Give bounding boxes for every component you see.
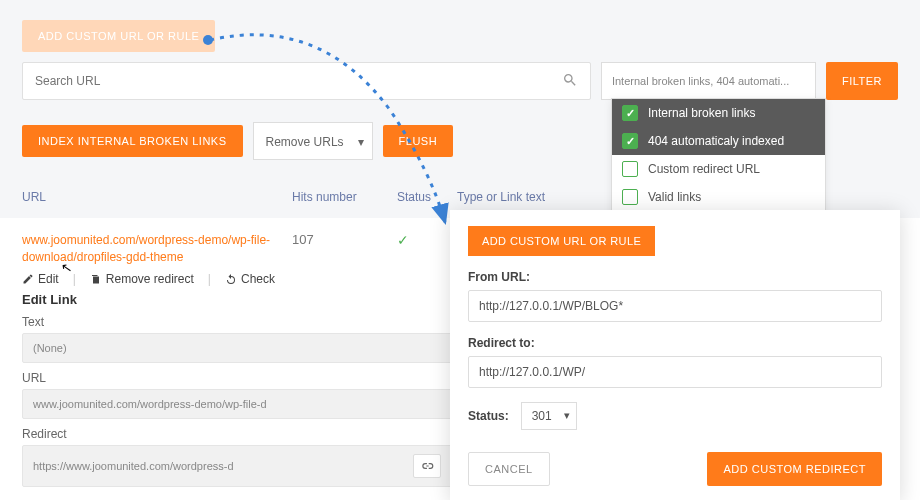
checkbox-icon [622,161,638,177]
filter-option-404[interactable]: 404 automaticaly indexed [612,127,825,155]
add-custom-url-modal: ADD CUSTOM URL OR RULE From URL: Redirec… [450,210,900,500]
remove-urls-select[interactable]: Remove URLs [253,122,373,160]
from-url-label: From URL: [468,270,882,284]
redirect-to-input[interactable] [468,356,882,388]
link-icon[interactable] [413,454,441,478]
modal-title: ADD CUSTOM URL OR RULE [468,226,655,256]
search-box[interactable] [22,62,591,100]
col-header-url[interactable]: URL [22,190,292,204]
remove-label: Remove redirect [106,272,194,286]
checkbox-icon [622,189,638,205]
filter-option-valid[interactable]: Valid links [612,183,825,211]
filter-option-label: Custom redirect URL [648,162,760,176]
check-action[interactable]: Check [225,272,275,286]
filter-option-internal-broken[interactable]: Internal broken links [612,99,825,127]
filter-option-label: 404 automaticaly indexed [648,134,784,148]
flush-button[interactable]: FLUSH [383,125,454,157]
status-label: Status: [468,409,509,423]
url-field-input[interactable]: www.joomunited.com/wordpress-demo/wp-fil… [22,389,452,419]
redirect-to-label: Redirect to: [468,336,882,350]
filter-option-label: Internal broken links [648,106,755,120]
check-label: Check [241,272,275,286]
filter-option-label: Valid links [648,190,701,204]
col-header-status[interactable]: Status [397,190,457,204]
add-custom-redirect-button[interactable]: ADD CUSTOM REDIRECT [707,452,882,486]
filter-summary-select[interactable]: Internal broken links, 404 automati... [601,62,816,100]
url-field-label: URL [22,371,452,385]
trash-icon [90,273,102,285]
filter-button[interactable]: FILTER [826,62,898,100]
filter-option-custom-redirect[interactable]: Custom redirect URL [612,155,825,183]
col-header-hits[interactable]: Hits number [292,190,397,204]
edit-action[interactable]: Edit [22,272,59,286]
text-field-input[interactable]: (None) [22,333,452,363]
cancel-button[interactable]: CANCEL [468,452,550,486]
refresh-icon [225,273,237,285]
separator: | [208,272,211,286]
cursor-icon: ↖ [60,259,73,276]
add-custom-url-button-top[interactable]: ADD CUSTOM URL OR RULE [22,20,215,52]
checkbox-icon [622,105,638,121]
status-select[interactable]: 301 [521,402,577,430]
search-input[interactable] [35,74,562,88]
edit-link-panel: Edit Link Text (None) URL www.joomunited… [22,292,452,487]
index-broken-links-button[interactable]: INDEX INTERNAL BROKEN LINKS [22,125,243,157]
from-url-input[interactable] [468,290,882,322]
row-hits: 107 [292,232,397,247]
pencil-icon [22,273,34,285]
row-status-check-icon: ✓ [397,232,457,248]
checkbox-icon [622,133,638,149]
edit-link-title: Edit Link [22,292,452,307]
remove-redirect-action[interactable]: Remove redirect [90,272,194,286]
search-icon [562,72,578,91]
text-field-label: Text [22,315,452,329]
redirect-field-input[interactable]: https://www.joomunited.com/wordpress-d [22,445,452,487]
edit-label: Edit [38,272,59,286]
redirect-field-label: Redirect [22,427,452,441]
